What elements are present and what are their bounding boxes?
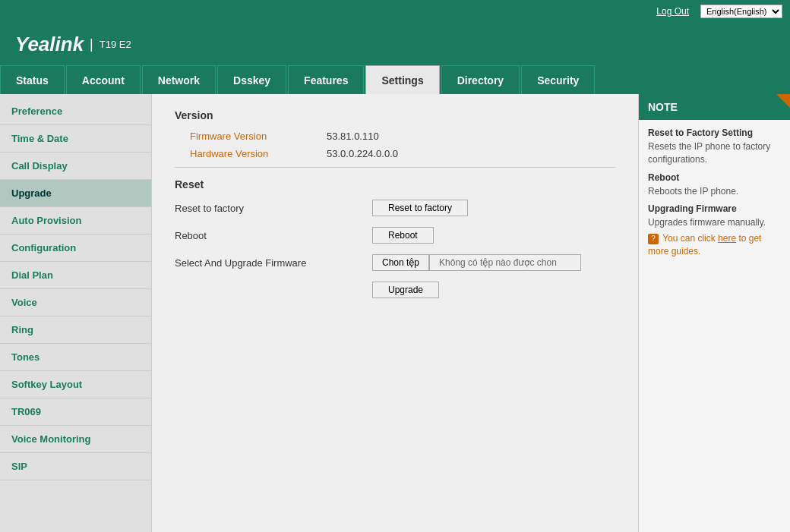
content-area: Version Firmware Version 53.81.0.110 Har…	[152, 94, 638, 532]
hardware-label: Hardware Version	[190, 148, 327, 159]
sidebar-item-call-display[interactable]: Call Display	[0, 153, 151, 180]
upgrade-firmware-label: Select And Upgrade Firmware	[175, 257, 372, 269]
upgrade-button[interactable]: Upgrade	[372, 282, 439, 298]
reboot-button[interactable]: Reboot	[372, 227, 434, 244]
sidebar-item-upgrade[interactable]: Upgrade	[0, 180, 151, 207]
hardware-value: 53.0.0.224.0.0.0	[327, 148, 398, 159]
tab-network[interactable]: Network	[142, 65, 216, 94]
logo-divider: |	[90, 36, 93, 52]
sidebar-item-ring[interactable]: Ring	[0, 316, 151, 344]
tab-status[interactable]: Status	[0, 65, 65, 94]
sidebar-item-auto-provision[interactable]: Auto Provision	[0, 207, 151, 235]
nav-tabs: Status Account Network Dsskey Features S…	[0, 65, 790, 94]
main-layout: Preference Time & Date Call Display Upgr…	[0, 94, 790, 532]
note-header: NOTE	[639, 94, 790, 120]
sidebar-item-voice[interactable]: Voice	[0, 289, 151, 316]
sidebar-item-configuration[interactable]: Configuration	[0, 235, 151, 262]
note-corner-decoration	[776, 94, 790, 108]
reset-section-title: Reset	[175, 178, 615, 190]
reset-label: Reset to factory	[175, 203, 372, 214]
sidebar-item-tr069[interactable]: TR069	[0, 398, 151, 426]
logout-button[interactable]: Log Out	[656, 6, 689, 17]
hardware-row: Hardware Version 53.0.0.224.0.0.0	[175, 148, 615, 159]
no-file-text: Không có tệp nào được chon	[429, 254, 581, 271]
tab-security[interactable]: Security	[521, 65, 595, 94]
sidebar-item-tones[interactable]: Tones	[0, 344, 151, 371]
version-section-title: Version	[175, 109, 615, 121]
note-reboot-text: Reboots the IP phone.	[648, 185, 781, 198]
sidebar-item-preference[interactable]: Preference	[0, 98, 151, 125]
divider1	[175, 167, 615, 168]
note-reset-text: Resets the IP phone to factory configura…	[648, 140, 781, 166]
model-label: T19 E2	[100, 39, 131, 50]
upgrade-firmware-row: Select And Upgrade Firmware Chon tệp Khô…	[175, 254, 615, 271]
sidebar-item-time-date[interactable]: Time & Date	[0, 125, 151, 153]
note-upgrade-title: Upgrading Firmware	[648, 203, 781, 214]
note-body: Reset to Factory Setting Resets the IP p…	[639, 120, 790, 269]
firmware-row: Firmware Version 53.81.0.110	[175, 131, 615, 142]
tab-settings[interactable]: Settings	[365, 65, 439, 94]
note-upgrade-text: Upgrades firmware manually.	[648, 216, 781, 229]
reboot-label: Reboot	[175, 230, 372, 241]
reboot-row: Reboot Reboot	[175, 227, 615, 244]
tab-account[interactable]: Account	[66, 65, 141, 94]
sidebar-item-sip[interactable]: SIP	[0, 453, 151, 480]
note-link-row: ? You can click here to get more guides.	[648, 232, 781, 258]
header: Yealink | T19 E2	[0, 23, 790, 65]
tab-directory[interactable]: Directory	[441, 65, 520, 94]
note-reboot-title: Reboot	[648, 172, 781, 183]
logo-area: Yealink | T19 E2	[15, 33, 131, 56]
note-link[interactable]: You can click here to get more guides.	[648, 233, 761, 257]
firmware-label: Firmware Version	[190, 131, 327, 142]
note-reset-title: Reset to Factory Setting	[648, 127, 781, 138]
tab-features[interactable]: Features	[288, 65, 364, 94]
note-title: NOTE	[648, 101, 678, 113]
tab-dsskey[interactable]: Dsskey	[217, 65, 286, 94]
note-link-icon: ?	[648, 234, 659, 244]
choose-file-button[interactable]: Chon tệp	[372, 254, 429, 271]
sidebar-item-voice-monitoring[interactable]: Voice Monitoring	[0, 426, 151, 453]
file-row: Chon tệp Không có tệp nào được chon	[372, 254, 581, 271]
sidebar-item-softkey-layout[interactable]: Softkey Layout	[0, 371, 151, 398]
reset-to-factory-button[interactable]: Reset to factory	[372, 200, 468, 216]
sidebar: Preference Time & Date Call Display Upgr…	[0, 94, 152, 532]
reset-row: Reset to factory Reset to factory	[175, 200, 615, 216]
logo: Yealink	[15, 33, 84, 56]
upgrade-btn-row: Upgrade	[175, 282, 615, 298]
note-panel: NOTE Reset to Factory Setting Resets the…	[638, 94, 790, 532]
sidebar-item-dial-plan[interactable]: Dial Plan	[0, 262, 151, 289]
top-bar: Log Out English(English)	[0, 0, 790, 23]
language-select[interactable]: English(English)	[700, 5, 782, 18]
firmware-value: 53.81.0.110	[327, 131, 379, 142]
